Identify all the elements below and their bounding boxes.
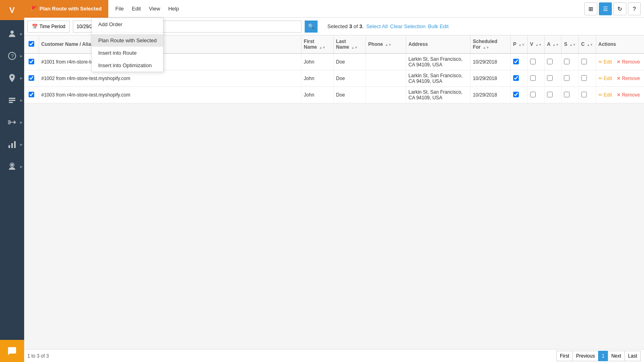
row-v-checkbox-2[interactable] [530,92,536,97]
row-p-cell [510,53,527,70]
svg-point-7 [13,121,15,123]
select-all-link[interactable]: Select All [366,23,388,29]
th-address[interactable]: Address [406,35,470,53]
row-v-checkbox-1[interactable] [530,75,536,81]
sidebar-item-orders[interactable]: ▶ [0,89,24,111]
table-row: #1003 from r4m-store-test.myshopify.com … [24,87,644,103]
app-logo[interactable]: V [0,0,24,20]
th-phone[interactable]: Phone ▲▼ [365,35,406,53]
th-check [24,35,39,53]
refresh-button[interactable]: ↻ [613,2,626,15]
grid-view-button[interactable]: ⊞ [584,2,597,15]
plan-route-button[interactable]: 🚩 Plan Route with Selected [24,0,108,18]
search-button[interactable]: 🔍 [305,21,318,33]
clear-selection-link[interactable]: Clear Selection [390,23,425,29]
dropdown-plan-route[interactable]: Plan Route with Selected [92,34,163,47]
remove-link-0[interactable]: ✕ Remove [617,59,640,65]
time-period-button[interactable]: 📅 Time Period [27,21,70,33]
row-checkbox-0[interactable] [29,59,34,64]
sidebar-item-dispatch[interactable]: ▶ [0,111,24,133]
bulk-edit-link[interactable]: Bulk Edit [428,23,448,29]
svg-point-0 [10,31,14,34]
list-icon: ☰ [603,6,608,12]
current-page-button[interactable]: 1 [598,351,608,361]
row-checkbox-2[interactable] [29,92,34,97]
row-v-cell [527,70,544,87]
address: Larkin St, San Francisco, CA 94109, USA [409,73,462,84]
row-a-checkbox-1[interactable] [547,75,553,81]
help-button[interactable]: ? [628,2,641,15]
sidebar-item-help[interactable]: ? ▶ [0,45,24,67]
th-c[interactable]: C ▲▼ [578,35,596,53]
dropdown-insert-route[interactable]: Insert into Route [92,47,163,59]
sidebar-item-admin[interactable]: ▶ [0,155,24,177]
address: Larkin St, San Francisco, CA 94109, USA [409,56,462,68]
first-page-button[interactable]: First [556,351,573,361]
scheduled-date: 10/29/2018 [473,59,497,65]
chat-button[interactable] [0,340,24,362]
th-a[interactable]: A ▲▼ [545,35,561,53]
row-p-cell [510,70,527,87]
th-firstname[interactable]: FirstName ▲▼ [301,35,333,53]
edit-link-2[interactable]: ✏ Edit [599,92,612,98]
row-scheduled-cell: 10/29/2018 [470,87,510,103]
th-scheduled[interactable]: ScheduledFor ▲▼ [470,35,510,53]
row-p-checkbox-1[interactable] [513,75,519,81]
search-input[interactable] [140,21,301,33]
th-p[interactable]: P ▲▼ [510,35,527,53]
row-s-checkbox-1[interactable] [564,75,570,81]
pagination: First Previous 1 Next Last [557,351,641,361]
dropdown-add-order[interactable]: Add Order [92,18,163,31]
menu-file[interactable]: File [111,0,128,18]
previous-page-button[interactable]: Previous [572,351,599,361]
row-c-checkbox-0[interactable] [581,59,587,64]
sort-arrows-a: ▲▼ [553,43,559,47]
sidebar-item-analytics[interactable]: ▶ [0,133,24,155]
row-v-cell [527,53,544,70]
sort-arrows-phone: ▲▼ [385,43,392,47]
sidebar-item-contacts[interactable]: ▶ [0,23,24,45]
th-customer[interactable]: Customer Name / Alias ▲▼ [39,35,301,53]
sidebar-arrow7: ▶ [20,165,23,168]
sidebar-arrow3: ▶ [20,76,23,80]
edit-link-1[interactable]: ✏ Edit [599,76,612,81]
sidebar: V ▶ ? ▶ ▶ ▶ ▶ ▶ ▶ [0,0,24,362]
select-all-checkbox[interactable] [29,41,34,47]
row-p-checkbox-2[interactable] [513,92,519,97]
row-p-checkbox-0[interactable] [513,59,519,64]
row-a-checkbox-2[interactable] [547,92,553,97]
row-v-checkbox-0[interactable] [530,59,536,64]
remove-link-1[interactable]: ✕ Remove [617,76,640,81]
edit-link-0[interactable]: ✏ Edit [599,59,612,65]
th-v[interactable]: V ▲▼ [527,35,544,53]
dropdown-insert-optimization[interactable]: Insert into Optimization [92,59,163,72]
selected-count-label: Selected 3 of 3. [327,23,363,29]
menu-help[interactable]: Help [164,0,183,18]
next-page-button[interactable]: Next [608,351,625,361]
lastname: Doe [336,59,345,65]
menu-edit-label: Edit [132,6,141,12]
row-phone-cell [365,53,406,70]
row-a-checkbox-0[interactable] [547,59,553,64]
row-c-checkbox-1[interactable] [581,75,587,81]
row-c-checkbox-2[interactable] [581,92,587,97]
row-c-cell [578,87,596,103]
menu-edit[interactable]: Edit [128,0,145,18]
row-v-cell [527,87,544,103]
row-check-cell [24,87,39,103]
sort-arrows-lastname: ▲▼ [351,46,358,49]
sidebar-item-routes[interactable]: ▶ [0,67,24,89]
row-s-checkbox-0[interactable] [564,59,570,64]
th-lastname[interactable]: LastName ▲▼ [333,35,365,53]
row-s-checkbox-2[interactable] [564,92,570,97]
list-view-button[interactable]: ☰ [599,2,612,15]
last-page-button[interactable]: Last [624,351,641,361]
menu-file-label: File [116,6,124,12]
th-s[interactable]: S ▲▼ [561,35,578,53]
row-lastname-cell: Doe [333,70,365,87]
remove-link-2[interactable]: ✕ Remove [617,92,640,98]
row-checkbox-1[interactable] [29,75,34,81]
grid-icon: ⊞ [588,6,593,12]
menu-view[interactable]: View [145,0,164,18]
firstname: John [304,59,314,65]
